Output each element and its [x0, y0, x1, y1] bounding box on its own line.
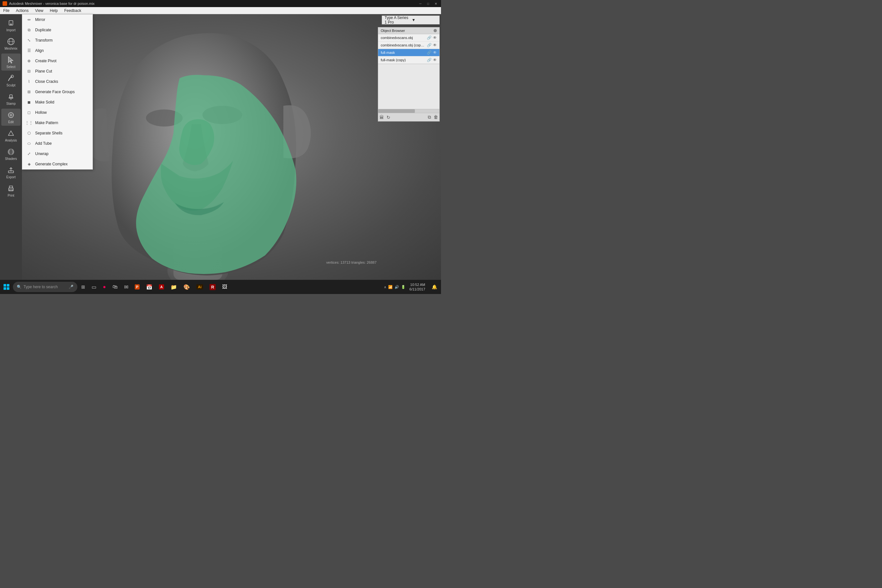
obj-link-icon-1[interactable]: 🔗	[427, 43, 432, 47]
obj-row-2[interactable]: full-mask 🔗 👁	[378, 49, 440, 56]
taskbar-ai-icon[interactable]: Ai	[194, 281, 206, 293]
makesolid-icon: ◼	[26, 99, 32, 105]
object-view-icon[interactable]: 🏛	[380, 115, 384, 120]
menubar: File Actions View Help Feedback	[0, 7, 441, 14]
ctx-separate-shells[interactable]: ⬡ Separate Shells	[22, 128, 93, 138]
obj-row-3[interactable]: full-mask (copy) 🔗 👁	[378, 56, 440, 64]
taskbar-app-red[interactable]: R	[207, 281, 218, 293]
ctx-transform[interactable]: ⤡ Transform	[22, 35, 93, 45]
object-delete-icon[interactable]: 🗑	[434, 114, 438, 120]
print-icon	[6, 184, 15, 193]
obj-link-icon-0[interactable]: 🔗	[427, 36, 432, 40]
ctx-close-cracks[interactable]: ⌇ Close Cracks	[22, 76, 93, 87]
edit-icon	[6, 111, 15, 120]
ctx-make-pattern[interactable]: ⋮⋮ Make Pattern	[22, 118, 93, 128]
start-button[interactable]	[1, 281, 12, 293]
taskbar-photos-icon[interactable]: 🖼	[219, 281, 230, 293]
menu-view[interactable]: View	[32, 7, 47, 14]
battery-icon[interactable]: 🔋	[401, 285, 405, 289]
volume-icon[interactable]: 🔊	[394, 285, 399, 289]
taskbar-clock[interactable]: 10:52 AM 6/11/2017	[410, 282, 428, 292]
obj-eye-icon-0[interactable]: 👁	[433, 36, 437, 40]
shaders-icon	[6, 147, 15, 156]
titlebar-text: Autodesk Meshmixer - veronica base for d…	[9, 2, 94, 6]
titlebar-controls: ─ □ ✕	[418, 1, 438, 6]
planecut-icon: ⊟	[26, 68, 32, 74]
ctx-hollow[interactable]: ◻ Hollow	[22, 107, 93, 118]
ctx-create-pivot[interactable]: ⊕ Create Pivot	[22, 56, 93, 66]
minimize-button[interactable]: ─	[418, 1, 423, 6]
sidebar-btn-select[interactable]: Select	[1, 54, 21, 70]
close-button[interactable]: ✕	[433, 1, 438, 6]
unwrap-icon: ⤢	[26, 151, 32, 157]
footer-icons-right: ⧉ 🗑	[428, 114, 438, 120]
ctx-generate-complex[interactable]: ◈ Generate Complex	[22, 159, 93, 169]
obj-row-0[interactable]: combinedvscans.obj 🔗 👁	[378, 34, 440, 42]
tray-up-arrow[interactable]: ∧	[384, 285, 386, 289]
sidebar-btn-meshmix[interactable]: Meshmix	[1, 35, 21, 52]
dropdown-arrow-icon: ▼	[412, 18, 437, 22]
menu-actions[interactable]: Actions	[13, 7, 32, 14]
menu-feedback[interactable]: Feedback	[61, 7, 84, 14]
obj-row-1[interactable]: combinedvscans.obj (copy 1) 🔗 👁	[378, 42, 440, 49]
obj-eye-icon-3[interactable]: 👁	[433, 58, 437, 62]
printer-dropdown[interactable]: Type A Series 1 Pro ▼	[382, 15, 440, 24]
taskbar-calendar-icon[interactable]: 📅	[144, 281, 155, 293]
network-icon[interactable]: 📶	[388, 285, 393, 289]
taskbar-store-icon[interactable]: 🛍	[110, 281, 120, 293]
taskbar-chrome-icon[interactable]: ●	[100, 281, 109, 293]
ctx-plane-cut[interactable]: ⊟ Plane Cut	[22, 66, 93, 76]
obj-eye-icon-1[interactable]: 👁	[433, 43, 437, 47]
mirror-icon: ⇔	[26, 17, 32, 22]
taskbar-mail-icon[interactable]: ✉	[122, 281, 131, 293]
stamp-label: Stamp	[6, 102, 16, 105]
sidebar-btn-stamp[interactable]: Stamp	[1, 90, 21, 107]
export-icon	[6, 166, 15, 175]
sidebar-btn-print[interactable]: Print	[1, 182, 21, 199]
taskbar-pdf-icon[interactable]: A	[156, 281, 166, 293]
ctx-align[interactable]: ☰ Align	[22, 45, 93, 56]
search-placeholder: Type here to search	[24, 285, 58, 289]
object-copy-icon[interactable]: ⧉	[428, 114, 431, 120]
task-view-button[interactable]: ⊞	[79, 281, 88, 293]
ctx-generate-face-groups[interactable]: ⊞ Generate Face Groups	[22, 87, 93, 97]
obj-eye-icon-2[interactable]: 👁	[433, 50, 437, 55]
ctx-unwrap[interactable]: ⤢ Unwrap	[22, 148, 93, 159]
menu-file[interactable]: File	[0, 7, 13, 14]
facegroups-icon: ⊞	[26, 89, 32, 95]
maximize-button[interactable]: □	[426, 1, 430, 6]
sidebar-btn-import[interactable]: Import	[1, 17, 21, 34]
taskbar-files-icon[interactable]: 📁	[168, 281, 180, 293]
ctx-make-solid[interactable]: ◼ Make Solid	[22, 97, 93, 107]
sidebar-btn-edit[interactable]: Edit	[1, 109, 21, 126]
ctx-add-tube[interactable]: ⬭ Add Tube	[22, 138, 93, 148]
svg-rect-20	[9, 186, 13, 188]
clock-time: 10:52 AM	[410, 282, 425, 287]
svg-rect-8	[10, 95, 12, 98]
taskbar-paint3d-icon[interactable]: 🎨	[181, 281, 192, 293]
sidebar-btn-sculpt[interactable]: Sculpt	[1, 72, 21, 89]
obj-link-icon-3[interactable]: 🔗	[427, 58, 432, 62]
sidebar-btn-export[interactable]: Export	[1, 164, 21, 181]
sidebar-btn-analysis[interactable]: Analysis	[1, 127, 21, 144]
menu-help[interactable]: Help	[47, 7, 61, 14]
obj-icons-2: 🔗 👁	[427, 50, 437, 55]
microphone-icon: 🎤	[69, 285, 74, 289]
analysis-icon	[6, 129, 15, 138]
svg-marker-5	[8, 57, 13, 63]
sidebar-btn-shaders[interactable]: Shaders	[1, 146, 21, 162]
ctx-duplicate[interactable]: ⧉ Duplicate	[22, 25, 93, 35]
windows-logo-icon	[3, 284, 10, 290]
notification-button[interactable]: 🔔	[429, 281, 440, 293]
obj-name-0: combinedvscans.obj	[381, 36, 426, 40]
pattern-icon: ⋮⋮	[26, 120, 32, 126]
ctx-mirror[interactable]: ⇔ Mirror	[22, 15, 93, 25]
object-browser-scrollbar[interactable]	[378, 109, 440, 113]
taskbar: 🔍 Type here to search 🎤 ⊞ ▭ ● 🛍 ✉ P 📅 A …	[0, 280, 441, 294]
taskbar-powerpoint-icon[interactable]: P	[132, 281, 142, 293]
object-browser: Object Browser combinedvscans.obj 🔗 👁 co…	[378, 27, 440, 122]
obj-link-icon-2[interactable]: 🔗	[427, 50, 432, 55]
search-box[interactable]: 🔍 Type here to search 🎤	[13, 282, 77, 292]
object-rotate-icon[interactable]: ↻	[387, 115, 390, 120]
taskbar-app-unknown1[interactable]: ▭	[89, 281, 99, 293]
